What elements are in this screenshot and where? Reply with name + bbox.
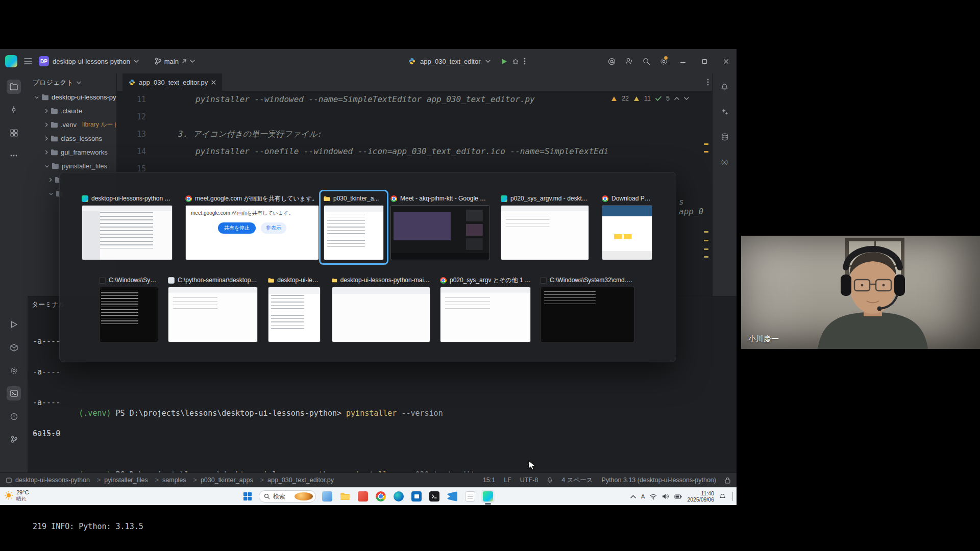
breadcrumb[interactable]: pyinstaller_files	[93, 477, 148, 484]
chevron-down-icon	[77, 81, 81, 84]
restore-button[interactable]	[694, 49, 715, 73]
battery-icon[interactable]	[674, 494, 682, 499]
lock-icon[interactable]	[725, 477, 730, 484]
folder-icon	[51, 121, 58, 128]
terminal-line: 219 INFO: Python: 3.13.5	[33, 521, 554, 532]
breadcrumb-file[interactable]: app_030_text_editor.py	[257, 477, 334, 484]
problems-tool-icon[interactable]	[7, 409, 21, 423]
alt-tab-window-pycharm[interactable]: desktop-ui-lessons-python – app...	[77, 190, 177, 265]
close-button[interactable]	[715, 49, 737, 73]
taskbar-edge-icon[interactable]	[392, 490, 405, 503]
taskbar-weather-widget[interactable]: 29°C 晴れ	[4, 489, 29, 502]
taskbar-store-icon[interactable]	[410, 490, 423, 503]
tab-options-kebab-icon[interactable]	[707, 79, 709, 86]
run-button[interactable]	[501, 58, 507, 65]
next-problem-chevron-icon[interactable]	[684, 97, 689, 100]
start-button[interactable]	[241, 490, 254, 503]
taskbar-notepad-icon[interactable]	[463, 490, 477, 503]
speaker-icon[interactable]	[662, 493, 669, 499]
tab-app-030-text-editor[interactable]: app_030_text_editor.py	[122, 73, 222, 91]
show-desktop-button[interactable]	[732, 492, 734, 501]
debug-button[interactable]	[512, 58, 519, 65]
database-tool-icon[interactable]	[718, 130, 732, 144]
tree-item-label: class_lessons	[61, 135, 102, 142]
wifi-icon[interactable]	[650, 494, 657, 499]
stop-sharing-button[interactable]: 共有を停止	[218, 222, 256, 234]
tab-close-icon[interactable]	[211, 80, 216, 85]
taskbar-explorer-icon[interactable]	[338, 490, 352, 503]
taskbar-terminal-icon[interactable]	[428, 490, 441, 503]
alt-tab-window-cmd[interactable]: C:\Windows\System32\cmd.exe	[535, 271, 640, 347]
status-bell-icon[interactable]	[547, 477, 553, 483]
minimize-button[interactable]	[672, 49, 694, 73]
window-title: p030_tkinter_a...	[333, 195, 379, 202]
code-with-me-icon[interactable]	[620, 49, 638, 73]
taskbar-search-box[interactable]: 検索	[259, 490, 316, 503]
ai-assistant-icon[interactable]	[718, 105, 732, 119]
taskbar-clock[interactable]: 11:40 2025/09/06	[687, 490, 714, 503]
more-actions-kebab-icon[interactable]	[524, 58, 526, 65]
window-title: p020_sys_argv とその他 1 個のタブ ...	[450, 276, 531, 285]
project-panel-header[interactable]: プロジェクト	[28, 73, 116, 90]
notifications-bell-icon[interactable]	[718, 80, 732, 94]
alt-tab-window-python-download[interactable]: Download Pyth...	[597, 190, 657, 265]
search-label: 検索	[273, 492, 291, 501]
alt-tab-window-meet-share-bar[interactable]: meet.google.com が画面を共有しています。 meet.google…	[181, 190, 324, 265]
terminal-tool-icon[interactable]	[7, 386, 21, 400]
taskbar-photos-icon[interactable]	[321, 490, 334, 503]
line-separator[interactable]: LF	[504, 477, 511, 484]
taskbar-chrome-icon[interactable]	[374, 490, 387, 503]
project-tree-root[interactable]: desktop-ui-lessons-py	[28, 90, 116, 104]
variables-tool-icon[interactable]	[718, 155, 732, 169]
alt-tab-window-console-1[interactable]: C:\Windows\Syst...	[94, 271, 163, 347]
settings-gear-icon[interactable]	[655, 49, 672, 73]
run-configuration-widget[interactable]: app_030_text_editor	[408, 49, 526, 73]
project-tree-item-class-lessons[interactable]: class_lessons	[28, 132, 116, 145]
prev-problem-chevron-icon[interactable]	[674, 97, 679, 100]
file-encoding[interactable]: UTF-8	[520, 477, 538, 484]
project-selector[interactable]: DP desktop-ui-lessons-python	[39, 56, 139, 66]
window-preview: meet.google.com が画面を共有しています。 共有を停止 非表示	[185, 205, 319, 260]
tray-chevron-up-icon[interactable]	[630, 495, 636, 498]
alt-tab-window-markdown[interactable]: p020_sys_argv.md - desktop-ui-le...	[496, 190, 594, 265]
project-tree-item-pyinstaller-files[interactable]: pyinstaller_files	[28, 159, 116, 173]
notifications-icon[interactable]	[719, 493, 726, 500]
version-control-tool-icon[interactable]	[7, 432, 21, 446]
alt-tab-window-explorer-selected[interactable]: p030_tkinter_a...	[319, 190, 388, 265]
project-tool-icon[interactable]	[7, 80, 21, 94]
alt-tab-window-python-seminar[interactable]: C:\python-seminar\desktop-ui-le...	[163, 271, 262, 347]
alt-tab-window-explorer-2[interactable]: desktop-ui-less...	[263, 271, 325, 347]
taskbar-app-red-icon[interactable]	[356, 490, 370, 503]
git-branch-widget[interactable]: main	[155, 58, 195, 65]
caret-position[interactable]: 15:1	[483, 477, 495, 484]
alt-tab-window-browser-tabs[interactable]: p020_sys_argv とその他 1 個のタブ ...	[435, 271, 535, 347]
inspections-widget[interactable]: 22 11 5	[611, 95, 689, 102]
indent-setting[interactable]: 4 スペース	[561, 476, 593, 485]
breadcrumb[interactable]: samples	[152, 477, 186, 484]
breadcrumb[interactable]: desktop-ui-lessons-python	[15, 477, 90, 484]
project-tree-item-gui-frameworks[interactable]: gui_frameworks	[28, 145, 116, 159]
scrollbar-warning-mark	[704, 231, 708, 233]
status-bar: desktop-ui-lessons-pythonpyinstaller_fil…	[0, 472, 737, 487]
ime-mode-indicator[interactable]: A	[641, 493, 645, 499]
breadcrumb[interactable]: p030_tkinter_apps	[190, 477, 253, 484]
services-tool-icon[interactable]	[7, 363, 21, 378]
main-menu-hamburger-icon[interactable]	[24, 58, 32, 65]
project-tree-item-venv[interactable]: .venv library ルート	[28, 118, 116, 132]
project-tree-item-claude[interactable]: .claude	[28, 104, 116, 118]
taskbar-vscode-icon[interactable]	[446, 490, 459, 503]
alt-tab-switcher: desktop-ui-lessons-python – app... meet.…	[59, 172, 676, 362]
chevron-down-icon	[190, 60, 195, 63]
hide-button[interactable]: 非表示	[261, 222, 286, 234]
search-everywhere-icon[interactable]	[638, 49, 655, 73]
taskbar-pycharm-icon[interactable]	[481, 490, 495, 503]
python-interpreter[interactable]: Python 3.13 (desktop-ui-lessons-python)	[602, 477, 716, 484]
at-icon[interactable]	[603, 49, 620, 73]
alt-tab-window-explorer-main[interactable]: desktop-ui-lessons-python-main - エク...	[327, 271, 435, 347]
more-tools-icon[interactable]	[7, 148, 21, 163]
python-packages-tool-icon[interactable]	[7, 340, 21, 355]
alt-tab-window-meet-chrome[interactable]: Meet - akq-pihm-ktt - Google Chrome	[386, 190, 495, 265]
run-tool-icon[interactable]	[7, 317, 21, 332]
commit-tool-icon[interactable]	[7, 103, 21, 117]
structure-tool-icon[interactable]	[7, 126, 21, 140]
